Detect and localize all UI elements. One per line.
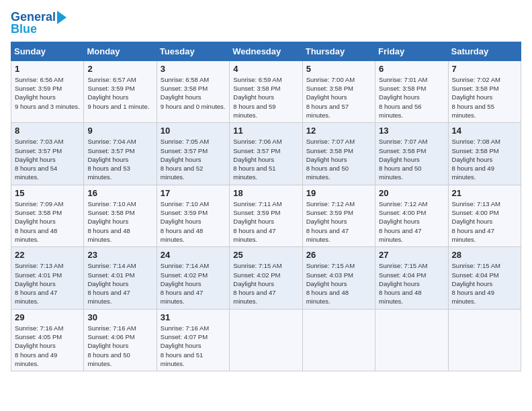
daylight-value: 8 hours and 47 minutes. bbox=[87, 289, 130, 305]
weekday-header-tuesday: Tuesday bbox=[157, 42, 229, 60]
sunrise-label: Sunrise: bbox=[15, 76, 40, 83]
day-info: Sunrise: 7:01 AM Sunset: 3:58 PM Dayligh… bbox=[379, 75, 444, 120]
daylight-value: 8 hours and 47 minutes. bbox=[233, 289, 275, 305]
sunrise-label: Sunrise: bbox=[87, 76, 113, 83]
sunrise-label: Sunrise: bbox=[161, 324, 186, 332]
sunrise-label: Sunrise: bbox=[379, 138, 404, 145]
sunrise-label: Sunrise: bbox=[15, 324, 40, 332]
day-info: Sunrise: 7:15 AM Sunset: 4:04 PM Dayligh… bbox=[452, 261, 517, 306]
calendar-cell bbox=[375, 309, 448, 371]
calendar-table: SundayMondayTuesdayWednesdayThursdayFrid… bbox=[11, 42, 521, 371]
sunset-time: 4:04 PM bbox=[402, 271, 426, 279]
day-number: 16 bbox=[87, 188, 152, 198]
calendar-cell: 6 Sunrise: 7:01 AM Sunset: 3:58 PM Dayli… bbox=[375, 60, 448, 122]
daylight-value: 8 hours and 49 minutes. bbox=[452, 289, 494, 305]
day-number: 21 bbox=[452, 188, 517, 198]
calendar-cell: 25 Sunrise: 7:15 AM Sunset: 4:02 PM Dayl… bbox=[230, 247, 302, 309]
sunset-time: 3:58 PM bbox=[330, 147, 353, 154]
sunset-time: 4:02 PM bbox=[184, 271, 208, 279]
daylight-value: 8 hours and 48 minutes. bbox=[306, 289, 349, 305]
daylight-value: 8 hours and 47 minutes. bbox=[452, 227, 494, 243]
sunrise-label: Sunrise: bbox=[233, 200, 259, 208]
calendar-cell: 28 Sunrise: 7:15 AM Sunset: 4:04 PM Dayl… bbox=[448, 247, 521, 309]
daylight-label: Daylight hours bbox=[87, 218, 128, 225]
calendar-cell: 2 Sunrise: 6:57 AM Sunset: 3:59 PM Dayli… bbox=[84, 60, 157, 122]
day-number: 10 bbox=[161, 126, 226, 136]
daylight-label: Daylight hours bbox=[15, 156, 56, 163]
calendar-cell: 20 Sunrise: 7:12 AM Sunset: 4:00 PM Dayl… bbox=[375, 185, 448, 246]
sunset-label: Sunset: bbox=[306, 271, 330, 279]
sunset-time: 3:59 PM bbox=[111, 85, 134, 92]
day-info: Sunrise: 7:10 AM Sunset: 3:58 PM Dayligh… bbox=[87, 199, 152, 244]
sunset-time: 3:57 PM bbox=[257, 147, 280, 154]
sunset-time: 3:59 PM bbox=[184, 209, 208, 216]
sunrise-time: 6:56 AM bbox=[40, 76, 64, 83]
daylight-label: Daylight hours bbox=[87, 342, 128, 349]
calendar-cell: 1 Sunrise: 6:56 AM Sunset: 3:59 PM Dayli… bbox=[11, 60, 84, 122]
sunrise-time: 7:14 AM bbox=[113, 262, 136, 269]
sunrise-label: Sunrise: bbox=[87, 200, 113, 208]
page-header: General Blue bbox=[11, 11, 521, 36]
day-number: 26 bbox=[306, 250, 371, 260]
calendar-cell: 26 Sunrise: 7:15 AM Sunset: 4:03 PM Dayl… bbox=[302, 247, 375, 309]
sunrise-time: 7:09 AM bbox=[40, 200, 64, 208]
sunrise-label: Sunrise: bbox=[452, 262, 478, 269]
calendar-cell: 18 Sunrise: 7:11 AM Sunset: 3:59 PM Dayl… bbox=[230, 185, 302, 246]
day-number: 27 bbox=[379, 250, 444, 260]
daylight-label: Daylight hours bbox=[87, 280, 128, 287]
sunset-label: Sunset: bbox=[161, 333, 184, 340]
day-info: Sunrise: 7:05 AM Sunset: 3:57 PM Dayligh… bbox=[161, 137, 226, 181]
daylight-value: 8 hours and 56 minutes. bbox=[379, 103, 421, 119]
day-info: Sunrise: 7:04 AM Sunset: 3:57 PM Dayligh… bbox=[87, 137, 152, 181]
daylight-label: Daylight hours bbox=[452, 156, 493, 163]
sunrise-time: 7:16 AM bbox=[185, 324, 209, 332]
sunset-label: Sunset: bbox=[15, 209, 38, 216]
sunrise-time: 7:15 AM bbox=[259, 262, 282, 269]
day-number: 23 bbox=[87, 250, 152, 260]
day-info: Sunrise: 6:58 AM Sunset: 3:58 PM Dayligh… bbox=[161, 75, 226, 111]
daylight-value: 8 hours and 53 minutes. bbox=[87, 165, 130, 181]
daylight-label: Daylight hours bbox=[379, 156, 420, 163]
sunrise-time: 7:01 AM bbox=[404, 76, 428, 83]
calendar-cell: 11 Sunrise: 7:06 AM Sunset: 3:57 PM Dayl… bbox=[230, 123, 302, 185]
sunset-time: 3:58 PM bbox=[111, 209, 134, 216]
daylight-value: 8 hours and 49 minutes. bbox=[15, 351, 57, 367]
calendar-cell: 29 Sunrise: 7:16 AM Sunset: 4:05 PM Dayl… bbox=[11, 309, 84, 371]
sunset-label: Sunset: bbox=[161, 85, 184, 92]
sunset-time: 4:05 PM bbox=[38, 333, 62, 340]
day-info: Sunrise: 6:57 AM Sunset: 3:59 PM Dayligh… bbox=[87, 75, 152, 111]
sunrise-time: 7:13 AM bbox=[40, 262, 64, 269]
sunrise-label: Sunrise: bbox=[452, 200, 478, 208]
day-info: Sunrise: 7:08 AM Sunset: 3:58 PM Dayligh… bbox=[452, 137, 517, 181]
daylight-value: 8 hours and 52 minutes. bbox=[161, 165, 203, 181]
day-info: Sunrise: 7:07 AM Sunset: 3:58 PM Dayligh… bbox=[306, 137, 371, 181]
logo-subtext: Blue bbox=[11, 23, 37, 36]
sunset-label: Sunset: bbox=[233, 271, 257, 279]
day-number: 18 bbox=[233, 188, 298, 198]
day-number: 1 bbox=[15, 64, 80, 74]
sunrise-label: Sunrise: bbox=[161, 138, 186, 145]
daylight-value: 8 hours and 54 minutes. bbox=[15, 165, 57, 181]
sunset-time: 4:00 PM bbox=[475, 209, 498, 216]
calendar-cell: 17 Sunrise: 7:10 AM Sunset: 3:59 PM Dayl… bbox=[157, 185, 229, 246]
day-number: 15 bbox=[15, 188, 80, 198]
sunset-time: 3:58 PM bbox=[184, 85, 208, 92]
daylight-value: 8 hours and 51 minutes. bbox=[161, 351, 203, 367]
sunrise-time: 7:03 AM bbox=[40, 138, 64, 145]
daylight-label: Daylight hours bbox=[379, 280, 420, 287]
daylight-value: 8 hours and 48 minutes. bbox=[87, 227, 130, 243]
day-info: Sunrise: 7:15 AM Sunset: 4:02 PM Dayligh… bbox=[233, 261, 298, 306]
sunset-time: 3:58 PM bbox=[257, 85, 280, 92]
sunrise-time: 7:05 AM bbox=[185, 138, 209, 145]
calendar-cell: 19 Sunrise: 7:12 AM Sunset: 3:59 PM Dayl… bbox=[302, 185, 375, 246]
sunset-time: 4:04 PM bbox=[475, 271, 498, 279]
daylight-label: Daylight hours bbox=[161, 342, 202, 349]
sunrise-time: 7:16 AM bbox=[40, 324, 64, 332]
sunset-label: Sunset: bbox=[87, 271, 111, 279]
sunset-label: Sunset: bbox=[87, 147, 111, 154]
calendar-cell: 21 Sunrise: 7:13 AM Sunset: 4:00 PM Dayl… bbox=[448, 185, 521, 246]
sunset-time: 3:59 PM bbox=[38, 85, 62, 92]
day-number: 8 bbox=[15, 126, 80, 136]
sunset-time: 3:59 PM bbox=[257, 209, 280, 216]
sunset-label: Sunset: bbox=[233, 85, 257, 92]
